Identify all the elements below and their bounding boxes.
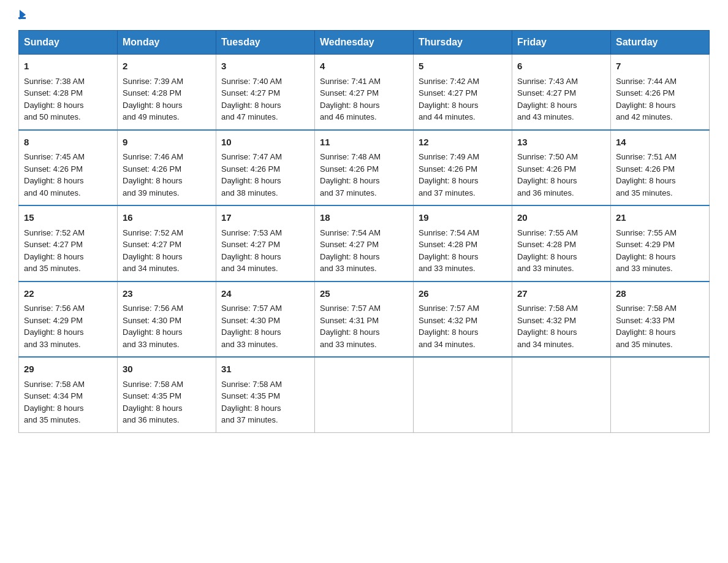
calendar-cell: 19Sunrise: 7:54 AMSunset: 4:28 PMDayligh… — [414, 205, 512, 282]
daylight-label: Daylight: 8 hours — [221, 327, 281, 337]
calendar-week-row: 22Sunrise: 7:56 AMSunset: 4:29 PMDayligh… — [19, 282, 710, 358]
daylight-label: Daylight: 8 hours — [616, 252, 676, 261]
sunset-label: Sunset: 4:27 PM — [517, 88, 576, 98]
daylight-label: Daylight: 8 hours — [123, 176, 183, 185]
logo — [18, 12, 26, 19]
col-header-monday: Monday — [118, 31, 216, 55]
daylight-minutes: and 43 minutes. — [517, 112, 574, 121]
day-number: 18 — [320, 211, 408, 225]
sunrise-label: Sunrise: 7:45 AM — [24, 152, 85, 161]
day-number: 3 — [221, 59, 309, 74]
sunrise-label: Sunrise: 7:43 AM — [517, 77, 578, 86]
sunrise-label: Sunrise: 7:54 AM — [419, 228, 479, 237]
page-header — [18, 12, 710, 19]
sunrise-label: Sunrise: 7:55 AM — [517, 228, 578, 237]
day-number: 22 — [24, 287, 112, 301]
daylight-label: Daylight: 8 hours — [320, 327, 380, 337]
day-number: 13 — [517, 136, 605, 150]
day-number: 16 — [123, 211, 211, 225]
daylight-minutes: and 33 minutes. — [616, 264, 673, 273]
daylight-label: Daylight: 8 hours — [616, 327, 676, 337]
calendar-cell: 12Sunrise: 7:49 AMSunset: 4:26 PMDayligh… — [414, 130, 512, 206]
sunset-label: Sunset: 4:29 PM — [616, 240, 675, 249]
sunrise-label: Sunrise: 7:46 AM — [123, 152, 183, 161]
daylight-minutes: and 42 minutes. — [616, 112, 673, 121]
sunset-label: Sunset: 4:32 PM — [517, 316, 576, 325]
daylight-minutes: and 46 minutes. — [320, 112, 377, 121]
sunset-label: Sunset: 4:27 PM — [221, 88, 280, 98]
sunrise-label: Sunrise: 7:50 AM — [517, 152, 578, 161]
sunset-label: Sunset: 4:34 PM — [24, 391, 83, 400]
day-number: 12 — [419, 136, 507, 150]
calendar-cell: 23Sunrise: 7:56 AMSunset: 4:30 PMDayligh… — [118, 282, 216, 358]
calendar-cell: 15Sunrise: 7:52 AMSunset: 4:27 PMDayligh… — [19, 205, 118, 282]
daylight-label: Daylight: 8 hours — [419, 252, 479, 261]
daylight-minutes: and 38 minutes. — [221, 188, 278, 197]
sunrise-label: Sunrise: 7:42 AM — [419, 77, 479, 86]
calendar-cell: 25Sunrise: 7:57 AMSunset: 4:31 PMDayligh… — [315, 282, 414, 358]
sunrise-label: Sunrise: 7:58 AM — [24, 380, 85, 389]
sunset-label: Sunset: 4:27 PM — [221, 240, 280, 249]
daylight-label: Daylight: 8 hours — [419, 327, 479, 337]
sunset-label: Sunset: 4:26 PM — [123, 164, 181, 174]
col-header-friday: Friday — [512, 31, 611, 55]
calendar-cell: 27Sunrise: 7:58 AMSunset: 4:32 PMDayligh… — [512, 282, 611, 358]
calendar-cell: 20Sunrise: 7:55 AMSunset: 4:28 PMDayligh… — [512, 205, 611, 282]
daylight-label: Daylight: 8 hours — [24, 404, 84, 413]
sunrise-label: Sunrise: 7:52 AM — [24, 228, 85, 237]
daylight-label: Daylight: 8 hours — [517, 101, 577, 110]
sunrise-label: Sunrise: 7:40 AM — [221, 77, 282, 86]
daylight-label: Daylight: 8 hours — [221, 176, 281, 185]
sunset-label: Sunset: 4:28 PM — [517, 240, 576, 249]
sunrise-label: Sunrise: 7:57 AM — [221, 304, 282, 313]
daylight-minutes: and 47 minutes. — [221, 112, 278, 121]
day-number: 11 — [320, 136, 408, 150]
daylight-label: Daylight: 8 hours — [221, 101, 281, 110]
daylight-minutes: and 34 minutes. — [419, 340, 476, 349]
daylight-minutes: and 39 minutes. — [123, 188, 180, 197]
day-number: 4 — [320, 59, 408, 74]
calendar-cell: 4Sunrise: 7:41 AMSunset: 4:27 PMDaylight… — [315, 55, 414, 130]
daylight-label: Daylight: 8 hours — [123, 327, 183, 337]
daylight-label: Daylight: 8 hours — [24, 101, 84, 110]
calendar-cell: 21Sunrise: 7:55 AMSunset: 4:29 PMDayligh… — [611, 205, 710, 282]
day-number: 31 — [221, 362, 309, 377]
day-number: 10 — [221, 136, 309, 150]
calendar-header-row: SundayMondayTuesdayWednesdayThursdayFrid… — [19, 31, 710, 55]
sunrise-label: Sunrise: 7:56 AM — [123, 304, 183, 313]
calendar-cell: 28Sunrise: 7:58 AMSunset: 4:33 PMDayligh… — [611, 282, 710, 358]
calendar-cell: 26Sunrise: 7:57 AMSunset: 4:32 PMDayligh… — [414, 282, 512, 358]
sunset-label: Sunset: 4:29 PM — [24, 316, 83, 325]
daylight-minutes: and 37 minutes. — [221, 415, 278, 424]
sunrise-label: Sunrise: 7:58 AM — [221, 380, 282, 389]
sunset-label: Sunset: 4:33 PM — [616, 316, 675, 325]
calendar-cell: 30Sunrise: 7:58 AMSunset: 4:35 PMDayligh… — [118, 357, 216, 432]
sunset-label: Sunset: 4:28 PM — [419, 240, 477, 249]
daylight-minutes: and 35 minutes. — [24, 264, 81, 273]
daylight-minutes: and 33 minutes. — [24, 340, 81, 349]
sunrise-label: Sunrise: 7:56 AM — [24, 304, 85, 313]
calendar-cell: 2Sunrise: 7:39 AMSunset: 4:28 PMDaylight… — [118, 55, 216, 130]
sunset-label: Sunset: 4:28 PM — [24, 88, 83, 98]
sunrise-label: Sunrise: 7:44 AM — [616, 77, 677, 86]
day-number: 27 — [517, 287, 605, 301]
sunrise-label: Sunrise: 7:48 AM — [320, 152, 381, 161]
calendar-cell: 8Sunrise: 7:45 AMSunset: 4:26 PMDaylight… — [19, 130, 118, 206]
daylight-minutes: and 44 minutes. — [419, 112, 476, 121]
sunset-label: Sunset: 4:27 PM — [419, 88, 477, 98]
daylight-label: Daylight: 8 hours — [221, 404, 281, 413]
calendar-cell: 14Sunrise: 7:51 AMSunset: 4:26 PMDayligh… — [611, 130, 710, 206]
day-number: 26 — [419, 287, 507, 301]
sunset-label: Sunset: 4:26 PM — [616, 164, 675, 174]
daylight-label: Daylight: 8 hours — [24, 327, 84, 337]
calendar-cell — [611, 357, 710, 432]
day-number: 25 — [320, 287, 408, 301]
sunrise-label: Sunrise: 7:57 AM — [320, 304, 381, 313]
daylight-label: Daylight: 8 hours — [320, 252, 380, 261]
sunset-label: Sunset: 4:31 PM — [320, 316, 379, 325]
sunset-label: Sunset: 4:28 PM — [123, 88, 181, 98]
day-number: 15 — [24, 211, 112, 225]
sunrise-label: Sunrise: 7:58 AM — [123, 380, 183, 389]
daylight-label: Daylight: 8 hours — [320, 176, 380, 185]
sunset-label: Sunset: 4:27 PM — [320, 240, 379, 249]
